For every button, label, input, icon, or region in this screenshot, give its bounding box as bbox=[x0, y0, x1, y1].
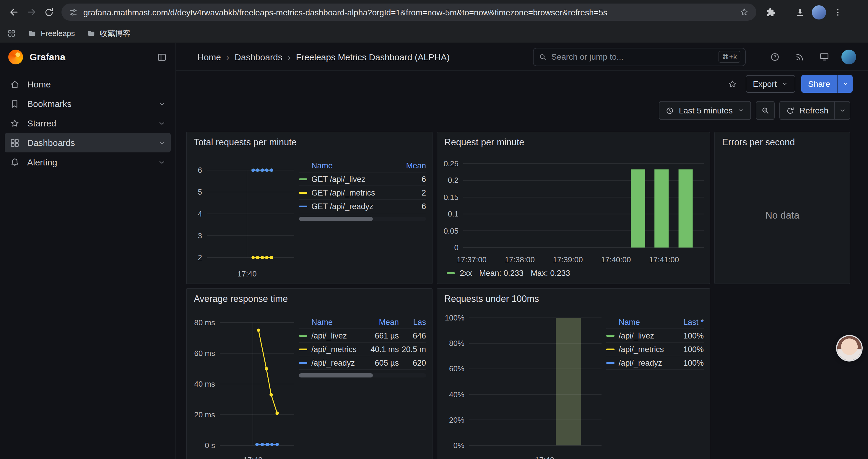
chart-plot-area[interactable] bbox=[220, 309, 294, 453]
y-axis-label: 6 bbox=[198, 166, 202, 174]
floating-assistant-avatar[interactable] bbox=[837, 336, 862, 360]
chart-plot-area[interactable] bbox=[469, 309, 601, 453]
legend-column-header[interactable]: Mean bbox=[402, 161, 426, 170]
chrome-menu-icon[interactable] bbox=[830, 4, 846, 21]
search-input[interactable] bbox=[551, 52, 714, 61]
scrollbar-thumb[interactable] bbox=[299, 373, 373, 378]
data-point bbox=[255, 443, 258, 446]
chevron-down-icon bbox=[158, 100, 166, 108]
dashboard-canvas: Total requests per minute 65432 17:40 Na… bbox=[176, 124, 868, 459]
panel-title[interactable]: Average response time bbox=[187, 289, 432, 309]
help-icon bbox=[770, 52, 780, 62]
dashboard-actions: Export Share bbox=[176, 71, 868, 97]
breadcrumb-item[interactable]: Home bbox=[197, 52, 221, 62]
data-point bbox=[251, 168, 255, 172]
x-axis: 17:37:0017:38:0017:39:0017:40:0017:41:00 bbox=[443, 253, 704, 263]
legend-row[interactable]: /api/_livez100% bbox=[606, 329, 704, 342]
favorite-star-button[interactable] bbox=[724, 76, 740, 92]
kiosk-mode-button[interactable] bbox=[816, 49, 832, 64]
legend-row[interactable]: /api/_metrics100% bbox=[606, 342, 704, 356]
x-axis-label: 17:37:00 bbox=[457, 255, 487, 264]
legend-column-header[interactable]: Last * bbox=[673, 318, 704, 327]
series-mean: Mean: 0.233 bbox=[479, 269, 524, 277]
user-avatar[interactable] bbox=[841, 49, 856, 64]
legend-row[interactable]: /api/_metrics40.1 ms20.5 m bbox=[299, 342, 426, 356]
legend-scrollbar[interactable] bbox=[299, 373, 426, 378]
site-info-icon[interactable] bbox=[68, 7, 78, 17]
share-menu-caret[interactable] bbox=[837, 75, 852, 93]
y-axis: 80 ms60 ms40 ms20 ms0 s bbox=[193, 309, 220, 453]
legend-header: NameMeanLas bbox=[299, 316, 426, 329]
sidebar-item-starred[interactable]: Starred bbox=[5, 113, 171, 133]
chevron-down-icon bbox=[158, 119, 166, 127]
bookmark-star-icon[interactable] bbox=[739, 7, 749, 17]
series-name: /api/_metrics bbox=[619, 345, 664, 354]
y-axis-label: 5 bbox=[198, 188, 202, 196]
x-axis-label: 17:39:00 bbox=[553, 255, 583, 264]
scrollbar-thumb[interactable] bbox=[299, 217, 373, 221]
legend-row[interactable]: /api/_livez661 µs646 bbox=[299, 329, 426, 342]
legend-row[interactable]: /api/_readyz605 µs620 bbox=[299, 356, 426, 370]
legend-row[interactable]: GET /api/_metrics2 bbox=[299, 186, 426, 200]
sidebar-collapse-button[interactable] bbox=[157, 52, 167, 62]
no-data-message: No data bbox=[765, 209, 800, 221]
x-axis: 17:40 bbox=[193, 267, 294, 277]
refresh-button[interactable]: Refresh bbox=[779, 101, 850, 120]
star-icon bbox=[9, 118, 20, 129]
chevron-down-icon bbox=[158, 138, 166, 147]
data-point bbox=[260, 256, 264, 259]
grid-icon bbox=[9, 137, 20, 148]
zoom-out-icon bbox=[761, 106, 770, 115]
breadcrumb-item[interactable]: Dashboards bbox=[235, 52, 282, 62]
panel-title[interactable]: Errors per second bbox=[715, 132, 850, 153]
y-axis-label: 60% bbox=[449, 364, 464, 373]
zoom-out-button[interactable] bbox=[756, 101, 775, 120]
sidebar-nav: HomeBookmarksStarredDashboardsAlerting bbox=[0, 71, 176, 172]
y-axis-label: 0.05 bbox=[443, 226, 459, 235]
search-box[interactable]: ⌘+k bbox=[533, 47, 746, 66]
series-color-dash bbox=[299, 335, 307, 336]
clock-icon bbox=[665, 106, 674, 115]
share-button[interactable]: Share bbox=[801, 75, 852, 93]
extensions-icon[interactable] bbox=[762, 4, 779, 21]
sidebar-item-home[interactable]: Home bbox=[5, 74, 171, 94]
series-label: 2xx bbox=[460, 269, 472, 277]
bookmark-label: 收藏博客 bbox=[100, 28, 131, 39]
grafana-logo[interactable] bbox=[8, 50, 23, 64]
help-button[interactable] bbox=[767, 49, 782, 64]
legend-row[interactable]: /api/_readyz100% bbox=[606, 356, 704, 370]
panel-title[interactable]: Request per minute bbox=[437, 132, 710, 153]
apps-grid-icon[interactable] bbox=[7, 29, 16, 38]
sidebar-item-bookmarks[interactable]: Bookmarks bbox=[5, 94, 171, 113]
panel-title[interactable]: Total requests per minute bbox=[187, 132, 432, 153]
sidebar-item-dashboards[interactable]: Dashboards bbox=[5, 133, 171, 153]
legend-row[interactable]: GET /api/_readyz6 bbox=[299, 200, 426, 213]
url-bar[interactable]: grafana.mathmast.com/d/deytv4rwavabkb/fr… bbox=[61, 4, 756, 21]
legend-scrollbar[interactable] bbox=[299, 217, 426, 221]
bookmark-item[interactable]: 收藏博客 bbox=[87, 28, 131, 39]
export-button[interactable]: Export bbox=[746, 75, 795, 93]
news-button[interactable] bbox=[792, 49, 807, 64]
panel-title[interactable]: Requests under 100ms bbox=[437, 289, 710, 309]
chart-plot-area[interactable] bbox=[207, 153, 294, 267]
legend-column-header[interactable]: Mean bbox=[361, 318, 399, 327]
refresh-interval-caret[interactable] bbox=[834, 102, 850, 119]
bookmark-item[interactable]: Freeleaps bbox=[28, 29, 75, 38]
reload-button[interactable] bbox=[40, 3, 58, 21]
sidebar-item-alerting[interactable]: Alerting bbox=[5, 153, 171, 172]
panel-requests-under-100ms: Requests under 100ms 100%80%60%40%20%0% … bbox=[437, 288, 710, 459]
downloads-icon[interactable] bbox=[792, 4, 808, 21]
browser-toolbar: grafana.mathmast.com/d/deytv4rwavabkb/fr… bbox=[0, 0, 868, 24]
series-value: 646 bbox=[399, 331, 426, 340]
url-text: grafana.mathmast.com/d/deytv4rwavabkb/fr… bbox=[83, 7, 734, 17]
rss-icon bbox=[795, 52, 804, 62]
time-range-picker[interactable]: Last 5 minutes bbox=[659, 101, 751, 120]
legend[interactable]: 2xx Mean: 0.233 Max: 0.233 bbox=[447, 269, 704, 277]
back-button[interactable] bbox=[5, 3, 23, 21]
legend-row[interactable]: GET /api/_livez6 bbox=[299, 172, 426, 186]
legend-column-header[interactable]: Las bbox=[399, 318, 426, 327]
chrome-profile-avatar[interactable] bbox=[812, 5, 826, 19]
x-axis-label: 17:41:00 bbox=[649, 255, 679, 264]
data-point bbox=[266, 443, 269, 446]
chart-plot-area[interactable] bbox=[463, 153, 704, 253]
